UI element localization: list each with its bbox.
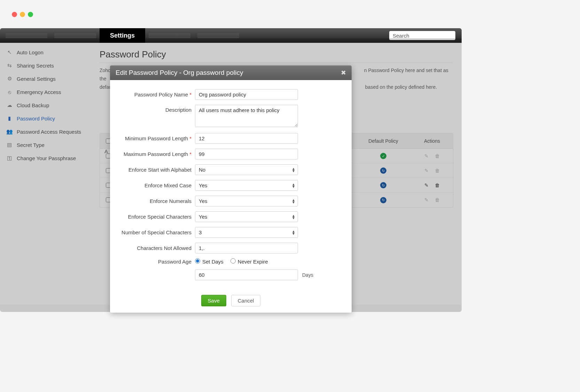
- age-days-suffix: Days: [302, 272, 313, 278]
- max-length-input[interactable]: [195, 149, 298, 159]
- window-controls: [0, 0, 462, 17]
- nav-tab-ghost[interactable]: [54, 33, 96, 38]
- num-special-label: Number of Special Characters: [118, 229, 195, 235]
- description-label: Description: [118, 105, 195, 113]
- mixed-case-select[interactable]: [195, 180, 298, 191]
- window-minimize-dot[interactable]: [20, 12, 25, 17]
- policy-name-label: Password Policy Name *: [118, 92, 195, 97]
- description-textarea[interactable]: [195, 105, 298, 127]
- num-special-select[interactable]: [195, 227, 298, 238]
- age-days-input[interactable]: [195, 269, 298, 280]
- nav-tab-ghost[interactable]: [149, 33, 190, 38]
- max-length-label: Maximum Password Length *: [118, 151, 195, 157]
- start-alpha-label: Enforce Start with Alphabet: [118, 167, 195, 173]
- chars-not-allowed-input[interactable]: [195, 243, 298, 253]
- close-icon[interactable]: ✖: [341, 69, 346, 77]
- save-button[interactable]: Save: [201, 295, 226, 306]
- nav-tab-ghost[interactable]: [6, 33, 47, 38]
- nav-tab-ghost[interactable]: [197, 33, 239, 38]
- special-chars-label: Enforce Special Characters: [118, 214, 195, 220]
- window-close-dot[interactable]: [12, 12, 17, 17]
- age-never-expire-radio[interactable]: Never Expire: [230, 258, 268, 265]
- mixed-case-label: Enforce Mixed Case: [118, 182, 195, 188]
- chars-not-allowed-label: Characters Not Allowed: [118, 245, 195, 251]
- dialog-title: Edit Password Policy - Org password poli…: [116, 69, 243, 77]
- edit-password-policy-dialog: Edit Password Policy - Org password poli…: [110, 65, 352, 313]
- special-chars-select[interactable]: [195, 211, 298, 222]
- min-length-label: Minimum Password Length *: [118, 135, 195, 141]
- policy-name-input[interactable]: [195, 89, 298, 100]
- age-set-days-radio[interactable]: Set Days: [195, 258, 224, 265]
- min-length-input[interactable]: [195, 133, 298, 144]
- window-zoom-dot[interactable]: [28, 12, 33, 17]
- numerals-select[interactable]: [195, 196, 298, 206]
- numerals-label: Enforce Numerals: [118, 198, 195, 204]
- password-age-label: Password Age: [118, 259, 195, 265]
- cancel-button[interactable]: Cancel: [231, 295, 261, 306]
- dialog-header: Edit Password Policy - Org password poli…: [110, 65, 352, 80]
- add-button-partial: A: [104, 148, 108, 154]
- start-alpha-select[interactable]: [195, 164, 298, 175]
